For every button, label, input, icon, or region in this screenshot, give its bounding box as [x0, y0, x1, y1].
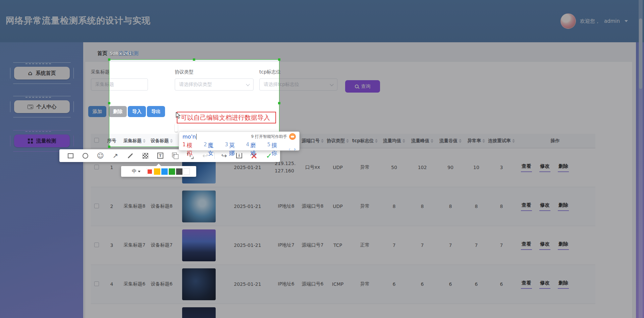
mosaic-icon[interactable]: [140, 151, 151, 161]
tcp-flag-select[interactable]: 请选择tcp标志位: [259, 78, 337, 91]
sidebar-item-2[interactable]: 流量检测: [10, 130, 74, 152]
breadcrumb-home[interactable]: 首页: [97, 50, 107, 57]
column-header-label: tcp标志位: [352, 138, 374, 144]
view-link[interactable]: 查看: [521, 241, 532, 250]
delete-link[interactable]: 删除: [558, 280, 569, 289]
sort-icon[interactable]: [346, 139, 349, 143]
cell-valley: [436, 304, 465, 318]
view-link[interactable]: 查看: [521, 280, 532, 289]
cell-ip: IP地址7: [273, 226, 300, 265]
ime-prev-page-icon[interactable]: ‹: [288, 146, 290, 152]
ime-candidate[interactable]: 5 摸你: [267, 142, 283, 157]
ime-composition-text: mo'n: [182, 134, 196, 140]
delete-link[interactable]: 删除: [558, 202, 569, 211]
writing-assistant-icon[interactable]: [289, 133, 296, 140]
sort-icon[interactable]: [459, 139, 462, 143]
sort-icon[interactable]: [170, 139, 173, 143]
column-header[interactable]: 连接重试率: [488, 134, 515, 148]
column-header[interactable]: tcp标志位: [350, 134, 380, 148]
edit-link[interactable]: 修改: [539, 241, 550, 250]
column-header[interactable]: 流量峰值: [408, 134, 436, 148]
sidebar-button[interactable]: 个人中心: [14, 100, 70, 113]
collect-title-input[interactable]: 采集标题: [91, 78, 148, 91]
cell-device: 设备标题6: [148, 265, 175, 304]
import-button[interactable]: 导入: [128, 106, 146, 117]
color-swatch[interactable]: [169, 168, 175, 175]
sort-icon[interactable]: [512, 139, 515, 143]
cell-title: [121, 304, 148, 318]
select-all-checkbox[interactable]: [94, 138, 99, 143]
cell-avg: 50: [380, 148, 408, 187]
sidebar-button[interactable]: ⌂ 系统首页: [14, 67, 70, 80]
delete-button[interactable]: 删除: [109, 106, 127, 117]
column-header[interactable]: 源端口号: [300, 134, 326, 148]
sort-icon[interactable]: [143, 139, 146, 143]
sidebar-item-1[interactable]: 个人中心: [10, 96, 74, 117]
filter-label-collect-title: 采集标题: [91, 69, 110, 75]
sidebar-button[interactable]: 流量检测: [14, 135, 70, 147]
row-checkbox[interactable]: [94, 165, 99, 169]
scrollbar-thumb[interactable]: [639, 18, 642, 89]
translate-icon[interactable]: 文: [169, 151, 181, 161]
profile-card-icon: [28, 105, 33, 109]
delete-link[interactable]: 删除: [558, 241, 569, 250]
username: admin: [604, 18, 620, 24]
emoji-icon[interactable]: ☺: [95, 151, 106, 161]
export-button[interactable]: 导出: [147, 106, 165, 117]
rectangle-icon[interactable]: [65, 151, 76, 161]
ime-assistant-hint[interactable]: 9 打开智能写作助手: [251, 134, 287, 140]
font-size-dropdown[interactable]: 中: [132, 168, 141, 174]
delete-link[interactable]: 删除: [558, 163, 569, 172]
column-header[interactable]: 协议类型: [326, 134, 350, 148]
column-header[interactable]: 异常率: [465, 134, 488, 148]
color-swatch[interactable]: [161, 168, 168, 175]
device-photo: [182, 229, 216, 261]
column-header[interactable]: 流量均值: [380, 134, 408, 148]
ime-next-page-icon[interactable]: ›: [294, 146, 296, 152]
column-header[interactable]: 设备标题: [148, 134, 175, 148]
text-icon[interactable]: T: [155, 151, 166, 161]
color-swatch[interactable]: [154, 168, 160, 175]
cell-valley: 6: [436, 265, 465, 304]
edit-link[interactable]: 修改: [539, 202, 550, 211]
edit-link[interactable]: 修改: [539, 163, 550, 172]
sidebar-item-0[interactable]: ⌂ 系统首页: [10, 62, 74, 84]
sort-icon[interactable]: [321, 139, 324, 143]
color-swatch[interactable]: [183, 168, 190, 175]
arrow-icon[interactable]: ↗: [110, 151, 121, 161]
cell-protocol: ICMP: [326, 265, 350, 304]
cell-anomaly: 8: [465, 187, 488, 226]
ime-candidate-index: 4: [246, 142, 250, 157]
ime-candidate[interactable]: 3 莫娜: [225, 142, 240, 157]
column-header[interactable]: 流量谷值: [436, 134, 465, 148]
annotation-text-box[interactable]: 可以自己编辑文档进行数据导入: [177, 112, 276, 123]
cell-retry: 6: [488, 265, 515, 304]
table-row: 2 采集标题8 设备标题8 2025-01-21 IP地址8 源端口号8 UDP…: [91, 187, 595, 226]
color-swatch[interactable]: [176, 168, 182, 175]
add-button[interactable]: 添加: [88, 106, 106, 117]
sort-icon[interactable]: [431, 139, 433, 143]
column-header[interactable]: 采集标题: [121, 134, 148, 148]
ime-candidate[interactable]: 4 磨难: [246, 142, 262, 157]
cell-ip: IP地址6: [273, 265, 300, 304]
row-checkbox[interactable]: [94, 281, 99, 286]
ellipse-icon[interactable]: [80, 151, 91, 161]
user-menu[interactable]: 欢迎您， admin: [560, 13, 628, 29]
view-link[interactable]: 查看: [521, 163, 532, 172]
cell-tcp-flag: 异常: [350, 148, 380, 187]
ime-candidate[interactable]: 2 魔女: [204, 142, 219, 157]
sort-icon[interactable]: [402, 139, 405, 143]
chevron-down-icon: [246, 82, 250, 86]
view-link[interactable]: 查看: [521, 202, 532, 211]
sort-icon[interactable]: [482, 139, 485, 143]
protocol-select[interactable]: 请选择协议类型: [175, 78, 254, 91]
search-button[interactable]: 查询: [345, 80, 380, 93]
pen-icon[interactable]: [125, 151, 136, 161]
row-checkbox[interactable]: [94, 243, 99, 247]
ime-candidate[interactable]: 1 模拟: [182, 142, 198, 157]
edit-link[interactable]: 修改: [539, 280, 550, 289]
page-scrollbar[interactable]: [639, 0, 643, 318]
color-swatch[interactable]: [147, 168, 153, 175]
row-checkbox[interactable]: [94, 204, 99, 208]
sort-icon[interactable]: [375, 139, 378, 143]
